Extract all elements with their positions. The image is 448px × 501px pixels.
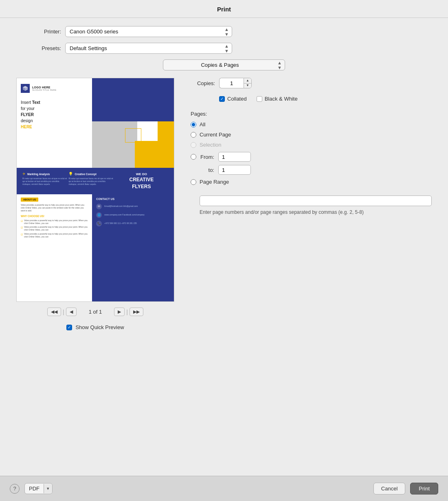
nav-sep-1: | [62, 309, 65, 315]
cube-icon [22, 86, 28, 91]
copies-row: Copies: ▲ ▼ [187, 78, 432, 88]
flyer-email-text: Email@hotmail.com Info@gmail.com [104, 205, 138, 208]
flyer-logo-title: LOGO HERE [32, 86, 57, 89]
copies-input[interactable] [219, 78, 244, 88]
dialog-footer: ? PDF ▾ Cancel Print [0, 476, 448, 501]
collated-checkbox-item[interactable]: ✓ Collated [219, 96, 247, 102]
flyer-col-marketing: ✈ Markting Analysis Ri netur qui reserma… [22, 172, 67, 190]
pdf-label: PDF [25, 483, 44, 494]
section-select-wrapper: Copies & Pages ▲▼ [163, 59, 285, 70]
website-icon: 🌐 [96, 212, 102, 218]
radio-all[interactable] [191, 122, 196, 127]
dialog-content: Printer: Canon G5000 series ▲▼ Presets: … [0, 18, 448, 476]
checkboxes-row: ✓ Collated Black & White [187, 96, 432, 102]
radio-from-item[interactable]: From: [191, 152, 432, 162]
flyer-top: LOGO HERE SLOGAN TITLE HERE Insert Textf… [17, 78, 174, 168]
flyer-col-right: WE DOCREATIVEFLYERS [115, 172, 168, 190]
quick-preview-label: Show Quick Preview [75, 324, 124, 330]
nav-last-button[interactable]: ▶▶ [130, 308, 143, 316]
radio-selection-item[interactable]: Selection [191, 142, 432, 148]
help-button[interactable]: ? [10, 484, 20, 494]
shape-yellow2 [151, 141, 174, 168]
flyer-we-do: WE DOCREATIVEFLYERS [129, 172, 154, 190]
shape-white-outline [125, 128, 141, 143]
bw-checkbox[interactable] [257, 96, 262, 102]
copies-stepper: ▲ ▼ [244, 78, 252, 88]
quick-preview-checkbox-checked[interactable]: ✓ [66, 325, 72, 330]
pages-radio-group: All Current Page Selection [187, 121, 432, 216]
section-select[interactable]: Copies & Pages [163, 59, 285, 70]
radio-current-page[interactable] [191, 132, 196, 138]
check-icon-2: ☑ [21, 226, 23, 229]
nav-first-button[interactable]: ◀◀ [47, 308, 61, 316]
copies-label: Copies: [187, 80, 215, 86]
flyer-creative-icon: 💡 Creative Concept [68, 172, 113, 176]
flyer-marketing-icon: ✈ Markting Analysis [22, 172, 67, 176]
from-input[interactable] [218, 152, 251, 162]
flyer-marketing-body: Ri netur qui reserman faces mo sit que r… [22, 177, 67, 186]
radio-page-range-item[interactable]: Page Range [191, 179, 432, 185]
from-to-row: From: [200, 152, 251, 162]
radio-current-page-item[interactable]: Current Page [191, 132, 432, 138]
preview-area: LOGO HERE SLOGAN TITLE HERE Insert Textf… [16, 78, 174, 330]
radio-page-range-label: Page Range [200, 179, 229, 185]
flyer-contact-title: CONTACT US [96, 198, 170, 200]
presets-select[interactable]: Default Settings [65, 43, 232, 54]
nav-prev-button[interactable]: ◀ [66, 308, 77, 316]
flyer-about-badge: ABOUT US [21, 198, 38, 202]
flyer-top-right [92, 78, 174, 168]
dialog-title: Print [0, 6, 448, 13]
printer-select-wrapper: Canon G5000 series ▲▼ [65, 26, 232, 37]
section-dropdown-row: Copies & Pages ▲▼ [16, 59, 432, 70]
bw-checkbox-item[interactable]: Black & White [257, 96, 298, 102]
radio-selection-label: Selection [200, 142, 221, 148]
print-dialog: Print Printer: Canon G5000 series ▲▼ Pre… [0, 0, 448, 501]
phone-icon: 📞 [96, 221, 102, 226]
check-icon-3: ☑ [21, 233, 23, 236]
main-area: LOGO HERE SLOGAN TITLE HERE Insert Textf… [16, 78, 432, 330]
email-icon: ✉ [96, 204, 102, 209]
radio-all-item[interactable]: All [191, 121, 432, 127]
shape-blue-top [116, 78, 174, 121]
nav-next-button[interactable]: ▶ [114, 308, 125, 316]
titlebar: Print [0, 0, 448, 18]
flyer-logo: LOGO HERE SLOGAN TITLE HERE [21, 84, 88, 93]
copies-increment-button[interactable]: ▲ [244, 78, 251, 83]
flyer-bottom-right: CONTACT US ✉ Email@hotmail.com Info@gmai… [92, 194, 174, 301]
printer-select[interactable]: Canon G5000 series [65, 26, 232, 37]
flyer-why-text-2: Video provides a powerful way to help yo… [24, 226, 88, 231]
radio-page-range[interactable] [191, 179, 196, 185]
print-button[interactable]: Print [410, 483, 438, 494]
check-icon-1: ☑ [21, 220, 23, 223]
flyer-why-item-2: ☑ Video provides a powerful way to help … [21, 226, 88, 231]
cancel-button[interactable]: Cancel [373, 483, 405, 494]
page-navigation: ◀◀ | ◀ 1 of 1 ▶ | ▶▶ [47, 308, 143, 316]
radio-from[interactable] [191, 154, 196, 160]
to-label: to: [200, 167, 214, 173]
page-range-input[interactable] [200, 196, 432, 206]
copies-decrement-button[interactable]: ▼ [244, 84, 251, 88]
presets-select-wrapper: Default Settings ▲▼ [65, 43, 232, 54]
flyer-why-item-1: ☑ Video provides a powerful way to help … [21, 219, 88, 225]
page-range-row: Enter page numbers and/or page ranges se… [191, 193, 432, 216]
collated-checkbox[interactable]: ✓ [219, 96, 225, 102]
flyer-marketing-title: Markting Analysis [27, 173, 50, 176]
to-input[interactable] [218, 165, 251, 175]
flyer-bottom: ABOUT US Video provides a powerful way t… [17, 194, 174, 301]
radio-selection [191, 142, 196, 148]
pdf-button[interactable]: PDF ▾ [24, 483, 53, 494]
flyer-why-text-3: Video provides a powerful way to help yo… [24, 233, 88, 238]
flyer-middle: ✈ Markting Analysis Ri netur qui reserma… [17, 168, 174, 194]
shape-yellow1 [158, 121, 174, 141]
bw-label: Black & White [265, 96, 298, 102]
flyer-creative-title: Creative Concept [75, 173, 96, 176]
flyer-col-creative: 💡 Creative Concept Ri netur qui reserman… [68, 172, 113, 190]
flyer-content: LOGO HERE SLOGAN TITLE HERE Insert Textf… [17, 78, 174, 301]
page-preview: LOGO HERE SLOGAN TITLE HERE Insert Textf… [16, 78, 174, 302]
from-to-section: From: to: [191, 152, 432, 175]
pdf-dropdown-arrow[interactable]: ▾ [44, 484, 52, 493]
flyer-why-title: WHY CHOOSE US! [21, 215, 88, 218]
flyer-logo-box [21, 84, 30, 93]
printer-label: Printer: [16, 29, 61, 35]
presets-row: Presets: Default Settings ▲▼ [16, 43, 432, 54]
